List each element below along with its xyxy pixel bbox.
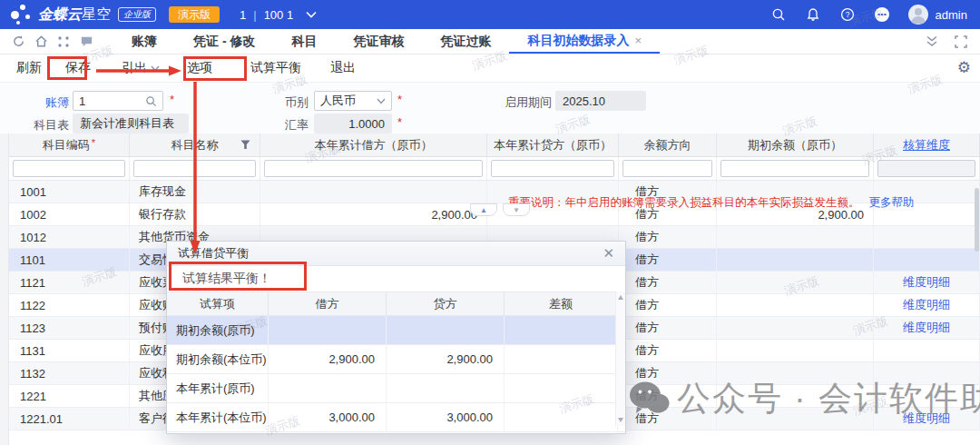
collapse-tabs-icon[interactable] [926, 35, 938, 47]
trial-balance-button[interactable]: 试算平衡 [243, 56, 309, 80]
dialog-table-header: 试算项借方贷方差额 [167, 292, 625, 316]
exit-button[interactable]: 退出 [323, 56, 363, 80]
dialog-titlebar[interactable]: 试算借贷平衡 ✕ [167, 242, 625, 266]
tab-账簿[interactable]: 账簿 [113, 29, 175, 54]
column-header-0: 科目编码* [9, 134, 130, 156]
filter-input-5[interactable] [720, 160, 869, 177]
cell-opening-balance[interactable] [717, 317, 874, 339]
refresh-button[interactable]: 刷新 [9, 56, 49, 80]
filter-input-6[interactable] [877, 160, 975, 177]
dimension-detail-link[interactable]: 维度明细 [903, 297, 950, 313]
scroll-up-icon[interactable] [618, 295, 623, 300]
cell-ytd-debit[interactable] [260, 181, 487, 203]
dimension-detail-link[interactable]: 维度明细 [903, 274, 950, 291]
fullscreen-icon[interactable] [955, 35, 967, 48]
filter-input-3[interactable] [491, 160, 614, 177]
dialog-scrollbar[interactable] [615, 292, 625, 426]
cell-dimension [874, 249, 980, 271]
user-avatar[interactable] [908, 5, 928, 25]
vertical-scrollbar[interactable] [975, 188, 979, 252]
tab-科目[interactable]: 科目 [273, 29, 335, 54]
help-icon[interactable]: ? [839, 6, 856, 23]
dimension-detail-link[interactable]: 维度明细 [903, 410, 950, 427]
column-header-2: 本年累计借方（原币） [260, 134, 487, 156]
cell-opening-balance[interactable] [717, 385, 874, 407]
apps-grid-icon[interactable] [56, 35, 71, 49]
search-icon[interactable] [770, 6, 787, 23]
cell-dimension: 维度明细 [874, 317, 980, 339]
cell-opening-balance[interactable] [717, 226, 874, 248]
required-star: * [397, 93, 402, 106]
filter-funnel-icon[interactable] [240, 140, 250, 150]
cell-account-code: 1012 [9, 226, 130, 248]
tab-科目初始数据录入[interactable]: 科目初始数据录入× [509, 29, 660, 54]
book-label[interactable]: 账簿 [33, 94, 69, 111]
dialog-table-row[interactable]: 期初余额(原币) [167, 316, 625, 345]
lookup-magnifier-icon[interactable] [145, 95, 157, 107]
close-tab-icon[interactable]: × [634, 34, 642, 47]
save-button[interactable]: 保存 [58, 56, 98, 80]
dialog-table-row[interactable]: 本年累计(本位币)3,000.003,000.00 [167, 403, 625, 432]
cell-trial-debit: 2,900.00 [269, 345, 387, 373]
cell-trial-diff [505, 403, 618, 431]
chart-field: 新会计准则科目表 [73, 114, 189, 134]
notification-bell-icon[interactable] [805, 6, 821, 23]
brand-light: 星空 [82, 6, 111, 22]
tab-凭证过账[interactable]: 凭证过账 [422, 29, 509, 54]
chevron-down-icon [377, 98, 386, 104]
cell-opening-balance[interactable] [717, 249, 874, 271]
period-field: 2025.10 [555, 91, 646, 111]
tab-label: 科目 [291, 34, 317, 50]
cell-balance-direction: 借方 [619, 226, 717, 248]
app-window: 金蝶云星空 企业版 演示版 1 | 100 1 ? admin 账簿凭证 - 修… [0, 0, 980, 445]
close-icon[interactable]: ✕ [603, 245, 614, 262]
cell-opening-balance[interactable] [717, 294, 874, 316]
tab-凭证审核[interactable]: 凭证审核 [335, 29, 422, 54]
home-icon[interactable] [34, 35, 48, 49]
rate-label: 汇率 [279, 117, 309, 134]
cell-account-code: 1101 [9, 249, 130, 271]
sync-icon[interactable] [11, 35, 25, 49]
collapse-up-button[interactable]: ▲ [470, 203, 497, 216]
tab-凭证 - 修改[interactable]: 凭证 - 修改 [175, 29, 273, 54]
dialog-column-header-1: 借方 [269, 292, 387, 315]
filter-input-2[interactable] [264, 160, 483, 177]
filter-input-0[interactable] [13, 160, 125, 177]
dialog-table-row[interactable]: 本年累计(原币) [167, 374, 625, 403]
settings-gear-icon[interactable]: ⚙ [957, 58, 971, 77]
cell-opening-balance[interactable] [717, 362, 874, 384]
dialog-table-row[interactable]: 期初余额(本位币)2,900.002,900.00 [167, 345, 625, 374]
cell-opening-balance[interactable] [717, 272, 874, 293]
row-gutter [0, 134, 9, 445]
cell-ytd-debit[interactable]: 2,900.00 [260, 203, 487, 225]
period-label: 启用期间 [501, 94, 552, 111]
cell-dimension [874, 226, 980, 248]
user-name[interactable]: admin [936, 8, 967, 22]
cell-opening-balance[interactable] [717, 340, 874, 361]
options-button[interactable]: 选项 [180, 56, 220, 80]
chevron-down-icon[interactable] [306, 11, 317, 18]
more-menu-icon[interactable] [874, 6, 890, 23]
book-input[interactable]: 1 [73, 91, 163, 111]
collapse-down-button[interactable]: ▼ [503, 203, 530, 216]
cell-balance-direction: 借方 [619, 408, 717, 430]
tab-label: 科目初始数据录入 [527, 33, 629, 49]
cell-account-code: 1131 [9, 340, 130, 361]
dimension-detail-link[interactable]: 维度明细 [903, 320, 950, 336]
org-separator: | [253, 8, 256, 22]
currency-label: 币别 [279, 94, 309, 111]
scroll-down-icon[interactable] [618, 418, 623, 422]
dialog-column-header-3: 差额 [505, 292, 618, 315]
filter-cell-4 [619, 157, 717, 180]
org-switcher[interactable]: 1 | 100 1 [240, 8, 317, 22]
column-header-6[interactable]: 核算维度 [874, 134, 980, 156]
cell-opening-balance[interactable] [717, 408, 874, 430]
filter-input-1[interactable] [133, 160, 256, 177]
currency-select[interactable]: 人民币 [314, 91, 392, 111]
more-help-link[interactable]: 更多帮助 [869, 196, 915, 209]
cell-trial-item: 期初余额(原币) [167, 316, 269, 344]
export-button[interactable]: 引出 [114, 56, 167, 80]
filter-input-4[interactable] [622, 160, 712, 177]
filter-cell-1 [130, 157, 260, 180]
message-bubble-icon[interactable] [79, 35, 93, 49]
